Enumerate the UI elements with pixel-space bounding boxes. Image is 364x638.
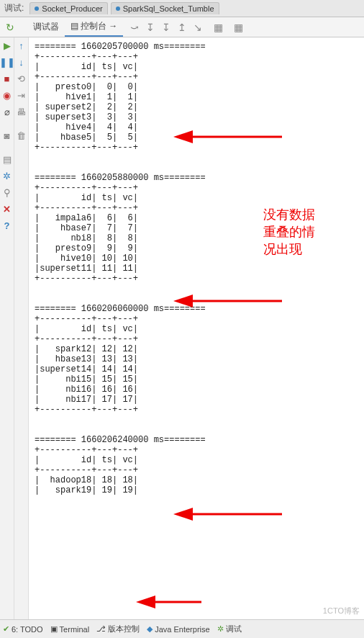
- soft-wrap-icon[interactable]: ⟲: [17, 73, 25, 84]
- vcs-icon: ⎇: [96, 624, 106, 634]
- more-icon[interactable]: ▦: [232, 22, 244, 33]
- status-todo[interactable]: ✔6: TODO: [3, 624, 43, 634]
- dump-icon[interactable]: ◙: [4, 130, 10, 141]
- file-icon: [116, 6, 120, 11]
- mute-breakpoints-icon[interactable]: ⌀: [4, 107, 10, 117]
- annotation-text: 没有数据 重叠的情 况出现: [263, 206, 342, 258]
- evaluate-icon[interactable]: ▦: [212, 22, 224, 33]
- close-icon[interactable]: ✕: [3, 204, 11, 215]
- pin-icon[interactable]: ⚲: [4, 187, 11, 198]
- layout-icon[interactable]: ▤: [3, 154, 12, 165]
- jee-icon: ◆: [147, 624, 153, 634]
- file-tab-sparksql[interactable]: SparkSql_Socket_Tumble: [111, 2, 219, 14]
- file-tab-label: Socket_Producer: [42, 4, 102, 13]
- settings-icon[interactable]: ✲: [3, 171, 11, 181]
- pause-icon[interactable]: ❚❚: [0, 57, 15, 68]
- bug-icon: ✲: [217, 624, 224, 634]
- tab-console[interactable]: ▤控制台 →: [65, 17, 123, 37]
- help-icon[interactable]: ?: [4, 220, 10, 231]
- up-icon[interactable]: ↑: [19, 40, 24, 51]
- watermark: 1CTO博客: [323, 606, 360, 616]
- console-output[interactable]: ======== 1660205700000 ms======== +-----…: [29, 37, 364, 619]
- left-gutter-1: ▶ ❚❚ ■ ◉ ⌀ ◙ ▤ ✲ ⚲ ✕ ?: [0, 37, 14, 619]
- run-to-cursor-icon[interactable]: ↘: [192, 22, 204, 33]
- scroll-end-icon[interactable]: ⇥: [17, 90, 25, 101]
- console-icon: ▤: [70, 21, 78, 31]
- status-debug[interactable]: ✲调试: [217, 624, 242, 634]
- step-into-icon[interactable]: ↧: [145, 22, 156, 33]
- tab-debugger[interactable]: 调试器: [27, 18, 65, 36]
- force-step-icon[interactable]: ↧: [160, 22, 172, 33]
- print-icon[interactable]: 🖶: [17, 107, 26, 117]
- rerun-icon[interactable]: ↻: [6, 22, 14, 33]
- arrow-2: [181, 294, 282, 310]
- arrow-1: [181, 130, 282, 146]
- status-jee[interactable]: ◆Java Enterprise: [147, 624, 209, 634]
- down-icon[interactable]: ↓: [19, 57, 24, 68]
- status-bar: ✔6: TODO ▣Terminal ⎇版本控制 ◆Java Enterpris…: [0, 619, 364, 638]
- status-vcs[interactable]: ⎇版本控制: [96, 624, 140, 634]
- step-over-icon[interactable]: ⤻: [129, 22, 140, 33]
- debug-label: 调试:: [0, 2, 28, 14]
- arrow-4: [144, 595, 201, 611]
- step-out-icon[interactable]: ↥: [176, 22, 188, 33]
- left-gutter-2: ↑ ↓ ⟲ ⇥ 🖶 🗑: [14, 37, 29, 619]
- check-icon: ✔: [3, 624, 9, 634]
- status-terminal[interactable]: ▣Terminal: [50, 624, 90, 634]
- resume-icon[interactable]: ▶: [4, 40, 11, 51]
- file-icon: [35, 6, 39, 11]
- terminal-icon: ▣: [50, 624, 58, 634]
- view-breakpoints-icon[interactable]: ◉: [3, 90, 11, 101]
- clear-icon[interactable]: 🗑: [17, 130, 26, 141]
- tool-tab-bar: ↻ 调试器 ▤控制台 → ⤻ ↧ ↧ ↥ ↘ ▦ ▦: [0, 17, 364, 37]
- arrow-3: [181, 507, 282, 524]
- file-tab-label: SparkSql_Socket_Tumble: [123, 4, 214, 13]
- stop-icon[interactable]: ■: [4, 73, 10, 84]
- toolbar-icons: ⤻ ↧ ↧ ↥ ↘ ▦ ▦: [129, 22, 244, 33]
- file-tab-bar: 调试: Socket_Producer SparkSql_Socket_Tumb…: [0, 0, 364, 17]
- file-tab-socket-producer[interactable]: Socket_Producer: [29, 2, 107, 14]
